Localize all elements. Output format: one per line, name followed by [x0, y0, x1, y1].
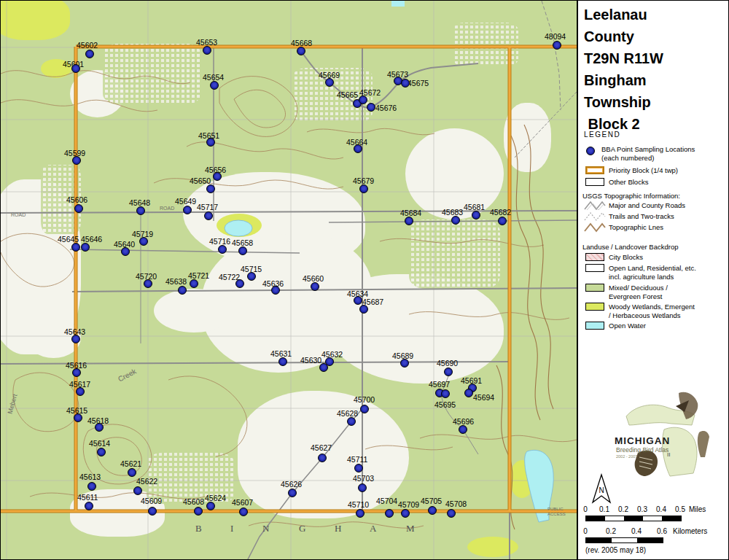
bba-point-label: 45628 [337, 409, 358, 418]
legend-bba-label-2: (each numbered) [601, 154, 654, 162]
water-label: Open Water [609, 322, 646, 330]
logo-numeral: II [667, 451, 670, 458]
bba-point [311, 282, 319, 291]
scale-tick: 0 [583, 505, 588, 513]
bba-point [297, 47, 305, 55]
bba-point-label: 45624 [205, 494, 226, 502]
bba-point-label: 48094 [545, 32, 566, 41]
bba-point [76, 387, 85, 396]
topo-lines-label: Topographic Lnes [609, 223, 663, 231]
bba-point-label: 45697 [429, 380, 450, 389]
bba-point [206, 184, 215, 193]
bba-point [72, 368, 81, 377]
legend-bba-label: BBA Point Sampling Locations [601, 145, 695, 153]
township-letter: M [406, 523, 415, 534]
scale-tick: 0.1 [599, 505, 609, 513]
scale-tick: 0.5 [675, 505, 685, 513]
bba-point [87, 482, 96, 491]
map-area: 4560245601456534566848094456544566945673… [1, 1, 577, 560]
bba-point [238, 246, 247, 255]
legend-other-swatch [585, 178, 604, 186]
bba-point [136, 206, 145, 215]
bba-point [72, 156, 81, 165]
bba-point [85, 50, 94, 58]
bba-point [71, 335, 80, 343]
bba-point [139, 237, 148, 246]
legend-bba-point-icon [586, 147, 595, 155]
bba-point [178, 286, 187, 295]
bba-point [213, 172, 222, 181]
bba-point [498, 217, 507, 225]
logo-subtitle: Breeding Bird Atlas [616, 446, 668, 454]
bba-point [85, 502, 93, 510]
bba-point [95, 423, 104, 432]
city-blocks-label: City Blocks [609, 253, 643, 261]
bba-point [441, 389, 450, 398]
township-letter: G [299, 523, 305, 534]
bba-point [235, 279, 244, 288]
topo-label: PUBLIC [547, 507, 564, 511]
topo-lines-icon [584, 222, 606, 233]
north-letter: N [599, 486, 604, 494]
bba-point-label: 45665 [337, 90, 358, 99]
km-unit: Kilometers [673, 527, 707, 535]
bba-point-label: 45630 [300, 356, 321, 365]
bba-point-label: 45695 [434, 400, 456, 409]
bba-point-label: 45708 [445, 499, 467, 508]
open-land-label-2: incl. agriculture lands [609, 273, 674, 281]
water-swatch [585, 322, 604, 330]
bba-point-label: 45611 [77, 493, 98, 502]
bba-point-label: 45709 [398, 500, 419, 509]
bba-point [148, 507, 157, 516]
bba-point-label: 45622 [136, 477, 157, 486]
bba-point [325, 357, 334, 366]
open-land-label: Open Land, Residential, etc. [609, 264, 696, 272]
logo-name: MICHIGAN [615, 435, 670, 446]
scale-tick: 0.2 [618, 505, 628, 513]
bba-point [81, 243, 90, 252]
bba-point [401, 509, 410, 518]
bba-point-label: 45684 [400, 209, 421, 217]
bba-point [218, 245, 227, 254]
bba-point [271, 286, 280, 295]
bba-point-label: 45711 [347, 455, 367, 464]
bba-point [360, 405, 369, 413]
bba-point-label: 45609 [141, 497, 162, 505]
bba-point [239, 508, 248, 516]
bba-point-label: 45632 [321, 350, 343, 359]
logo-years: 2002 - 2007 [616, 454, 637, 459]
bba-point-label: 45607 [232, 498, 253, 507]
bba-point [428, 506, 437, 515]
township-letter: I [230, 523, 233, 534]
bba-point [356, 509, 364, 518]
landuse-heading: Landuse / Landcover Backdrop [582, 243, 679, 251]
bba-point [359, 305, 368, 314]
bba-point [405, 217, 413, 225]
bba-point [459, 425, 467, 434]
bba-point [203, 46, 211, 55]
forest-label: Mixed/ Deciduous / [609, 284, 668, 292]
topo-label: ROAD [11, 212, 26, 217]
forest-label-2: Evergreen Forest [609, 292, 662, 300]
bba-point-label: 45613 [79, 472, 101, 481]
bba-point [206, 138, 215, 147]
bba-point [206, 502, 215, 510]
bba-point-label: 45721 [188, 271, 209, 280]
bba-point-label: 45700 [354, 395, 375, 404]
bba-point [359, 96, 367, 104]
bba-point-label: 45705 [421, 497, 442, 505]
bba-point [400, 359, 409, 368]
wetland-label-2: / Herbaceous Wetlands [609, 311, 681, 319]
bba-point-label: 45627 [311, 443, 332, 452]
bba-point [354, 296, 362, 305]
bba-point [97, 448, 106, 456]
bba-point-label: 45649 [175, 197, 196, 206]
legend-other-label: Other Blocks [609, 178, 648, 186]
bba-point-label: 45676 [375, 104, 397, 112]
priority-block-border [1, 47, 577, 511]
bba-point-label: 45650 [190, 176, 211, 185]
bba-point-label: 45675 [408, 79, 429, 88]
bba-point [354, 144, 362, 153]
bba-point-label: 45608 [183, 497, 204, 506]
bba-point-label: 45683 [442, 208, 463, 217]
